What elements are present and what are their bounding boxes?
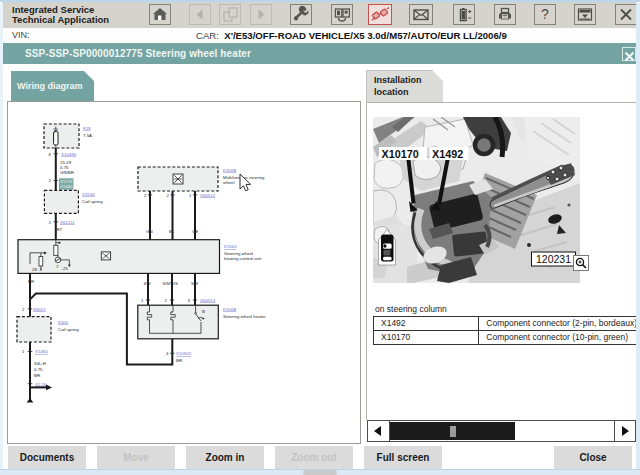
svg-text:2: 2 [22,307,25,312]
svg-text:X1492: X1492 [432,148,463,160]
svg-text:X64513: X64513 [200,298,216,303]
svg-text:X6021: X6021 [33,307,46,312]
svg-text:SW: SW [144,281,152,286]
svg-text:K150B: K150B [223,307,236,312]
svg-text:wheel: wheel [223,180,234,185]
svg-text:1: 1 [49,220,52,225]
svg-text:3: 3 [188,298,191,303]
svg-text:X10502: X10502 [176,351,192,356]
svg-text:BR: BR [28,279,34,284]
svg-text:X1530: X1530 [82,192,95,197]
svg-text:1: 1 [22,349,25,354]
svg-text:0.75: 0.75 [34,367,43,372]
svg-text:RT: RT [57,227,63,232]
svg-text:X1460: X1460 [35,349,48,354]
svg-text:BL: BL [169,229,175,234]
svg-text:K150B: K150B [223,168,236,173]
svg-text:X2.16: X2.16 [35,382,47,387]
svg-text:X10490: X10490 [61,152,77,157]
svg-text:6: 6 [49,152,52,157]
svg-text:SW/WS: SW/WS [163,281,178,286]
svg-text:Coil spring: Coil spring [58,327,79,332]
svg-text:120231: 120231 [536,253,571,265]
svg-text:X10170: X10170 [382,148,419,160]
svg-text:2: 2 [49,178,52,183]
svg-text:4: 4 [166,351,169,356]
svg-text:Steering wheel heater: Steering wheel heater [223,314,266,319]
svg-text:?: ? [541,6,549,22]
svg-text:X1753: X1753 [60,179,73,184]
svg-text:2: 2 [165,298,168,303]
svg-text:GE: GE [192,229,198,234]
svg-text:heating control unit: heating control unit [224,256,262,261]
svg-text:X61211: X61211 [60,220,75,225]
svg-text:GN/BR: GN/BR [60,170,74,175]
svg-text:F29: F29 [83,126,91,131]
svg-text:K1502: K1502 [224,244,237,249]
svg-text:1: 1 [189,193,192,198]
svg-text:7,5A: 7,5A [83,133,92,138]
svg-text:2: 2 [144,193,147,198]
svg-text:BR: BR [34,373,40,378]
svg-text:1: 1 [141,298,144,303]
svg-text:X1460: X1460 [60,184,73,189]
svg-text:-25: -25 [62,266,69,271]
svg-text:B: B [202,309,205,314]
svg-text:2: 2 [167,193,170,198]
svg-text:GN: GN [146,229,153,234]
svg-text:28: 28 [32,267,37,272]
svg-text:SW: SW [191,281,199,286]
svg-text:15: 15 [53,127,58,132]
svg-text:Coil spring: Coil spring [82,199,103,204]
svg-text:K500: K500 [58,320,69,325]
svg-text:BR: BR [176,358,182,363]
svg-text:34L-H: 34L-H [34,361,46,366]
svg-text:X64512: X64512 [200,193,216,198]
